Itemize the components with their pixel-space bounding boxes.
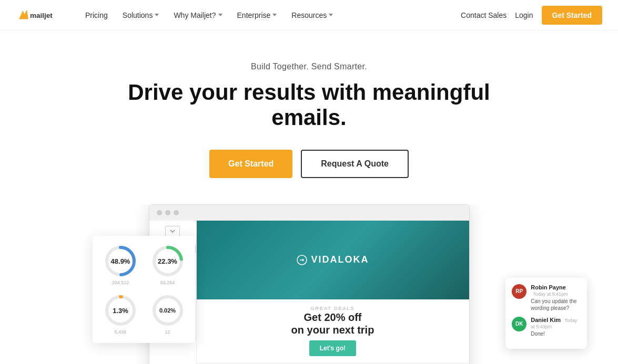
vidaloka-icon (297, 255, 307, 265)
email-preview-header: VIDALOKA (197, 221, 469, 299)
chevron-down-icon (329, 14, 333, 16)
email-preview: VIDALOKA GREAT DEALS Get 20% off on your… (197, 221, 469, 364)
navbar: mailjet Pricing Solutions Why Mailjet? E… (0, 0, 618, 30)
email-headline: Get 20% off on your next trip (205, 311, 461, 336)
hero-buttons: Get Started Request A Quote (11, 150, 607, 178)
avatar-dk: DK (512, 317, 526, 331)
hero-section: Build Together. Send Smarter. Drive your… (0, 30, 618, 178)
chevron-down-icon (218, 14, 222, 16)
avatar-rp: RP (512, 284, 526, 299)
email-preview-body: GREAT DEALS Get 20% off on your next tri… (197, 299, 469, 362)
window-dot-3 (174, 210, 179, 215)
nav-enterprise[interactable]: Enterprise (231, 7, 283, 24)
hero-request-quote-button[interactable]: Request A Quote (301, 150, 409, 178)
chat-content-1: Robin Payne Today at 5:41pm Can you upda… (531, 284, 581, 311)
stat-click-rate: 22.3% 93,264 (148, 244, 187, 285)
email-builder-window: □ ⊞ ≡ ⊟ A ▦ (149, 204, 470, 364)
stat-unsub-rate: 0.02% 12 (148, 294, 187, 335)
hero-subtitle: Build Together. Send Smarter. (11, 62, 607, 71)
nav-resources[interactable]: Resources (285, 7, 339, 24)
window-body: □ ⊞ ≡ ⊟ A ▦ (149, 221, 469, 364)
hero-title: Drive your results with meaningful email… (104, 80, 514, 131)
stats-grid: 48.9% 204,512 22.3% 93,264 (101, 244, 187, 335)
chat-panel: RP Robin Payne Today at 5:41pm Can you u… (505, 278, 587, 349)
nav-solutions[interactable]: Solutions (116, 7, 166, 24)
nav-links: Pricing Solutions Why Mailjet? Enterpris… (79, 7, 461, 24)
email-cta-button[interactable]: Let's go! (309, 340, 357, 356)
nav-right: Contact Sales Login Get Started (461, 6, 602, 25)
contact-sales-link[interactable]: Contact Sales (461, 11, 506, 19)
stats-panel: 48.9% 204,512 22.3% 93,264 (93, 236, 195, 343)
vidaloka-logo: VIDALOKA (297, 254, 369, 265)
builder-canvas: VIDALOKA GREAT DEALS Get 20% off on your… (197, 221, 469, 364)
hero-get-started-button[interactable]: Get Started (209, 150, 292, 178)
nav-why-mailjet[interactable]: Why Mailjet? (167, 7, 228, 24)
login-link[interactable]: Login (515, 11, 533, 19)
stat-open-rate: 48.9% 204,512 (101, 244, 140, 285)
window-titlebar (149, 205, 469, 221)
svg-marker-15 (302, 258, 304, 262)
chat-message-1: RP Robin Payne Today at 5:41pm Can you u… (512, 284, 581, 311)
chat-content-2: Daniel Kim Today at 5:43pm Done! (531, 317, 581, 337)
logo[interactable]: mailjet (16, 6, 63, 25)
stat-bounce-rate: 1.3% 5,436 (101, 294, 140, 335)
chevron-down-icon (155, 14, 159, 16)
window-dot-2 (165, 210, 170, 215)
chat-message-2: DK Daniel Kim Today at 5:43pm Done! (512, 317, 581, 337)
chevron-down-icon (272, 14, 277, 16)
screenshots-section: 48.9% 204,512 22.3% 93,264 (0, 204, 618, 364)
get-started-nav-button[interactable]: Get Started (542, 6, 602, 25)
logo-text: mailjet (30, 11, 53, 19)
logo-icon (19, 9, 28, 19)
dropdown-icon (165, 226, 180, 236)
nav-pricing[interactable]: Pricing (79, 7, 114, 24)
window-dot-1 (157, 210, 162, 215)
